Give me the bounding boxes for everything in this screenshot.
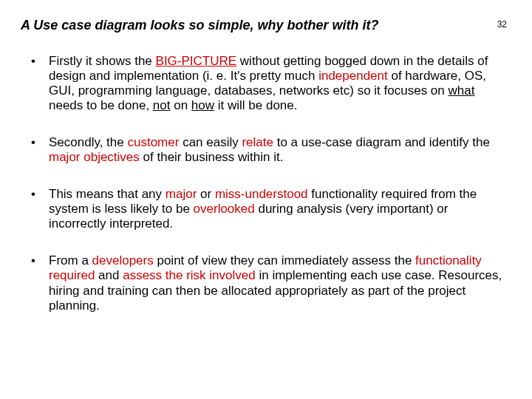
underline: what <box>449 83 475 98</box>
text: Firstly it shows the <box>49 54 156 68</box>
text: can easily <box>179 135 242 149</box>
highlight: independent <box>318 69 388 83</box>
highlight: BIG-PICTURE <box>156 54 237 68</box>
highlight: developers <box>92 253 154 267</box>
header: A Use case diagram looks so simple, why … <box>21 18 511 33</box>
highlight: major <box>166 187 197 201</box>
text: needs to be done, <box>49 98 153 112</box>
text: and <box>95 268 123 282</box>
underline: how <box>191 98 214 112</box>
bullet-item: Secondly, the customer can easily relate… <box>31 135 507 165</box>
text: it will be done. <box>214 98 297 112</box>
text: From a <box>49 253 92 267</box>
highlight: miss-understood <box>215 187 308 201</box>
highlight: customer <box>127 135 179 149</box>
text: or <box>197 187 215 201</box>
text: on <box>170 98 191 112</box>
text: of their business within it. <box>140 150 284 164</box>
text: point of view they can immediately asses… <box>154 253 415 267</box>
slide: A Use case diagram looks so simple, why … <box>0 0 532 399</box>
slide-title: A Use case diagram looks so simple, why … <box>21 18 378 33</box>
underline: not <box>153 98 171 112</box>
bullet-item: Firstly it shows the BIG-PICTURE without… <box>31 54 507 113</box>
text: Secondly, the <box>49 135 127 149</box>
bullet-list: Firstly it shows the BIG-PICTURE without… <box>31 54 507 313</box>
text: This means that any <box>49 187 166 201</box>
text: to a use-case diagram and identify the <box>273 135 490 149</box>
bullet-item: This means that any major or miss-unders… <box>31 187 507 231</box>
page-number: 32 <box>497 19 507 30</box>
highlight: overlooked <box>194 202 255 216</box>
highlight: major objectives <box>49 150 140 164</box>
highlight: relate <box>242 135 273 149</box>
bullet-item: From a developers point of view they can… <box>31 253 507 313</box>
highlight: assess the risk involved <box>123 268 256 282</box>
